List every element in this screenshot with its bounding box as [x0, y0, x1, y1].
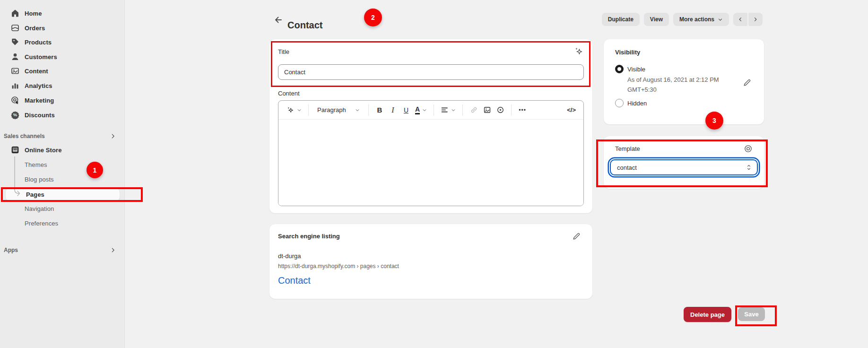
sales-channels-label: Sales channels — [4, 133, 45, 139]
insert-image-button[interactable] — [481, 104, 493, 117]
text-color-button[interactable]: A — [413, 104, 429, 117]
delete-page-button[interactable]: Delete page — [684, 307, 731, 322]
image-icon — [483, 106, 491, 114]
sidebar-item-label: Themes — [25, 161, 47, 168]
chevron-left-icon — [738, 17, 743, 22]
page-details-card: Title Content Paragraph B I U A — [269, 39, 592, 213]
customers-icon — [10, 52, 20, 61]
record-pager — [733, 13, 763, 26]
more-actions-label: More actions — [679, 16, 714, 23]
italic-button[interactable]: I — [387, 104, 399, 117]
sidebar-section-sales-channels[interactable]: Sales channels — [0, 129, 125, 143]
hidden-label: Hidden — [627, 100, 647, 107]
magic-sparkle-icon — [286, 106, 295, 114]
chevron-down-icon — [718, 17, 723, 22]
more-formatting-button[interactable]: ••• — [516, 104, 529, 117]
template-heading: Template — [615, 145, 753, 152]
seo-site-name: dt-durga — [278, 252, 584, 260]
sidebar-item-label: Online Store — [25, 147, 62, 154]
template-select[interactable]: contact — [610, 159, 758, 175]
previous-record-button[interactable] — [733, 13, 747, 26]
marketing-icon — [10, 96, 20, 105]
play-circle-icon — [496, 106, 504, 114]
sidebar-item-label: Home — [25, 10, 42, 17]
select-updown-icon — [746, 164, 752, 171]
ellipsis-icon: ••• — [519, 107, 526, 113]
visibility-card: Visibility Visible As of August 16, 2021… — [604, 39, 764, 124]
sidebar-item-label: Preferences — [25, 220, 58, 227]
sidebar-item-customers[interactable]: Customers — [0, 50, 125, 64]
magic-sparkle-icon[interactable] — [573, 46, 584, 57]
sidebar-item-products[interactable]: Products — [0, 35, 125, 49]
toolbar-divider — [368, 104, 369, 116]
bold-button[interactable]: B — [373, 104, 386, 117]
sidebar-item-navigation[interactable]: Navigation — [0, 201, 125, 216]
duplicate-button[interactable]: Duplicate — [602, 13, 640, 26]
eye-preview-icon[interactable] — [744, 144, 753, 153]
sidebar-item-label: Marketing — [25, 97, 54, 104]
insert-video-button[interactable] — [494, 104, 506, 117]
insert-link-button[interactable] — [468, 104, 480, 117]
edit-pencil-icon[interactable] — [743, 78, 752, 87]
sidebar-section-apps[interactable]: Apps — [0, 243, 125, 257]
sidebar-item-content[interactable]: Content — [0, 64, 125, 78]
visible-label: Visible — [627, 66, 645, 73]
sidebar-item-label: Navigation — [25, 205, 54, 212]
sidebar-item-marketing[interactable]: Marketing — [0, 93, 125, 107]
toolbar-divider — [511, 104, 512, 116]
toolbar-divider — [434, 104, 434, 116]
svg-text:%: % — [13, 112, 17, 117]
template-selected-value: contact — [617, 164, 637, 171]
more-actions-button[interactable]: More actions — [673, 13, 729, 26]
magic-write-button[interactable] — [284, 104, 304, 117]
sidebar-item-label: Discounts — [25, 112, 55, 119]
sidebar-item-pages[interactable]: Pages — [0, 187, 125, 201]
chevron-down-icon — [355, 108, 360, 113]
chevron-right-icon — [110, 247, 116, 253]
discounts-icon: % — [10, 110, 20, 120]
seo-page-title-link[interactable]: Contact — [278, 275, 584, 286]
header-actions: Duplicate View More actions — [602, 13, 763, 26]
sidebar-item-label: Orders — [25, 25, 45, 32]
view-button[interactable]: View — [644, 13, 669, 26]
content-icon — [10, 66, 20, 76]
toolbar-divider — [308, 104, 309, 116]
sidebar-item-analytics[interactable]: Analytics — [0, 78, 125, 93]
seo-heading: Search engine listing — [278, 233, 584, 240]
code-icon: </> — [567, 106, 576, 113]
sidebar-item-label: Products — [25, 39, 52, 46]
title-input[interactable] — [278, 64, 584, 80]
store-icon — [10, 145, 20, 155]
underline-button[interactable]: U — [400, 104, 412, 117]
delete-page-label: Delete page — [690, 311, 725, 318]
sidebar-item-online-store[interactable]: Online Store — [0, 143, 125, 157]
save-button[interactable]: Save — [738, 307, 765, 321]
search-engine-listing-card: Search engine listing dt-durga https://d… — [269, 224, 592, 299]
sidebar: Home Orders Products Customers Content A… — [0, 0, 125, 348]
back-button[interactable] — [271, 14, 285, 26]
sidebar-item-label: Blog posts — [25, 176, 54, 183]
chevron-down-icon — [422, 108, 427, 113]
annotation-step-1: 1 — [87, 162, 103, 178]
hidden-radio[interactable] — [615, 99, 624, 107]
alignment-dropdown[interactable] — [439, 104, 458, 117]
visible-radio[interactable] — [615, 65, 624, 73]
page-title: Contact — [287, 20, 322, 31]
edit-pencil-icon[interactable] — [572, 232, 581, 241]
next-record-button[interactable] — [748, 13, 763, 26]
sidebar-item-discounts[interactable]: % Discounts — [0, 108, 125, 122]
sidebar-item-preferences[interactable]: Preferences — [0, 216, 125, 230]
sidebar-item-orders[interactable]: Orders — [0, 21, 125, 35]
sidebar-item-home[interactable]: Home — [0, 6, 125, 20]
sidebar-item-label: Customers — [25, 53, 57, 61]
annotation-number: 2 — [371, 14, 375, 21]
paragraph-style-dropdown[interactable]: Paragraph — [313, 104, 364, 117]
sidebar-item-label: Pages — [26, 191, 44, 198]
chevron-down-icon — [451, 108, 456, 113]
content-editor-body[interactable] — [278, 120, 583, 206]
content-rich-text-editor: Paragraph B I U A — [278, 100, 584, 206]
visibility-heading: Visibility — [615, 49, 753, 56]
editor-toolbar: Paragraph B I U A — [278, 101, 583, 120]
show-html-button[interactable]: </> — [565, 104, 578, 117]
home-icon — [10, 9, 20, 18]
